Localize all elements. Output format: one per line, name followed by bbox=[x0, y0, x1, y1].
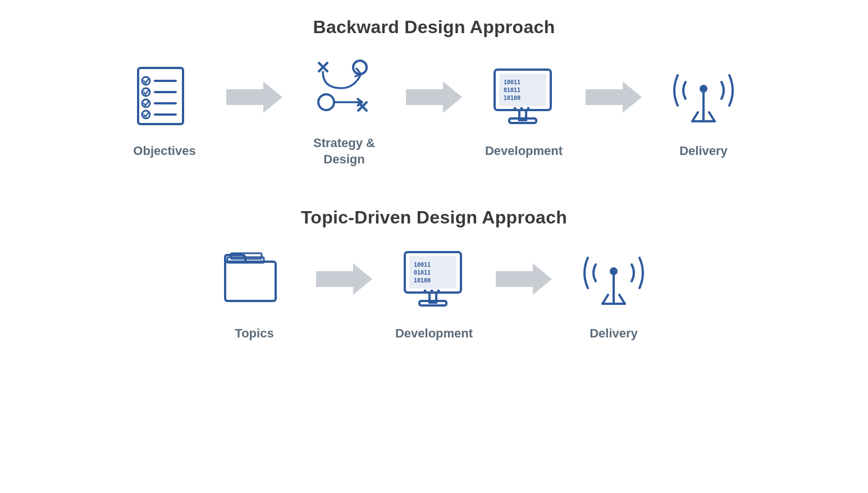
svg-point-42 bbox=[437, 290, 440, 293]
wifi-icon-1 bbox=[670, 65, 737, 133]
development-2-label: Development bbox=[395, 326, 473, 342]
svg-point-29 bbox=[700, 85, 707, 93]
svg-rect-32 bbox=[225, 262, 276, 301]
arrow-shape-2 bbox=[406, 83, 462, 111]
svg-text:10011: 10011 bbox=[414, 262, 431, 268]
section-divider bbox=[105, 190, 764, 190]
topics-icon-container bbox=[218, 245, 291, 318]
delivery-1-label: Delivery bbox=[679, 143, 728, 159]
svg-point-22 bbox=[514, 107, 517, 110]
svg-text:10100: 10100 bbox=[504, 95, 520, 101]
delivery-1-icon-container bbox=[667, 62, 740, 135]
objectives-item: Objectives bbox=[108, 62, 221, 159]
arrow-shape-3 bbox=[586, 83, 642, 111]
development-1-label: Development bbox=[485, 143, 563, 159]
svg-line-28 bbox=[709, 112, 715, 121]
arrow-2 bbox=[400, 83, 468, 139]
development-2-icon-container: 10011 01011 10100 bbox=[398, 245, 470, 318]
svg-line-45 bbox=[602, 295, 608, 304]
strategy-design-item: Strategy & Design bbox=[288, 54, 400, 167]
monitor-icon-1: 10011 01011 10100 bbox=[490, 65, 558, 133]
svg-point-40 bbox=[424, 290, 427, 293]
topic-driven-section: Topic-Driven Design Approach Topics bbox=[22, 207, 846, 342]
arrow-4 bbox=[310, 265, 378, 321]
svg-point-23 bbox=[520, 107, 523, 110]
arrow-3 bbox=[580, 83, 647, 139]
arrow-shape-4 bbox=[316, 265, 372, 293]
delivery-2-icon-container bbox=[577, 245, 650, 318]
topics-item: Topics bbox=[198, 245, 310, 342]
topic-driven-flow: Topics 10011 01011 10100 bbox=[198, 245, 670, 342]
folder-icon bbox=[221, 245, 288, 318]
development-1-icon-container: 10011 01011 10100 bbox=[487, 62, 560, 135]
svg-point-12 bbox=[318, 94, 334, 110]
topic-driven-title: Topic-Driven Design Approach bbox=[301, 207, 567, 228]
strategy-design-icon-container bbox=[308, 54, 381, 127]
svg-text:10011: 10011 bbox=[504, 79, 520, 85]
monitor-icon-2: 10011 01011 10100 bbox=[400, 248, 468, 315]
wifi-icon-2 bbox=[580, 248, 647, 315]
backward-design-title: Backward Design Approach bbox=[313, 17, 555, 38]
arrow-shape-5 bbox=[496, 265, 552, 293]
arrow-shape-1 bbox=[226, 83, 282, 111]
svg-point-41 bbox=[431, 290, 433, 293]
svg-text:10100: 10100 bbox=[414, 277, 431, 284]
delivery-1-item: Delivery bbox=[647, 62, 760, 159]
svg-point-47 bbox=[610, 267, 618, 275]
svg-text:01011: 01011 bbox=[504, 87, 520, 93]
svg-point-24 bbox=[527, 107, 530, 110]
strategy-design-label: Strategy & Design bbox=[313, 135, 375, 167]
development-1-item: 10011 01011 10100 Development bbox=[468, 62, 580, 159]
svg-text:01011: 01011 bbox=[414, 270, 431, 276]
svg-line-27 bbox=[692, 112, 698, 121]
delivery-2-item: Delivery bbox=[558, 245, 670, 342]
topics-label: Topics bbox=[235, 326, 273, 342]
development-2-item: 10011 01011 10100 Development bbox=[378, 245, 490, 342]
objectives-icon-container bbox=[128, 62, 201, 135]
backward-design-section: Backward Design Approach bbox=[22, 17, 846, 167]
objectives-label: Objectives bbox=[133, 143, 195, 159]
svg-line-46 bbox=[619, 295, 625, 304]
strategy-icon bbox=[310, 57, 378, 125]
objectives-icon bbox=[134, 65, 195, 133]
arrow-1 bbox=[221, 83, 288, 139]
arrow-5 bbox=[490, 265, 558, 321]
backward-design-flow: Objectives bbox=[108, 54, 760, 167]
delivery-2-label: Delivery bbox=[590, 326, 638, 342]
